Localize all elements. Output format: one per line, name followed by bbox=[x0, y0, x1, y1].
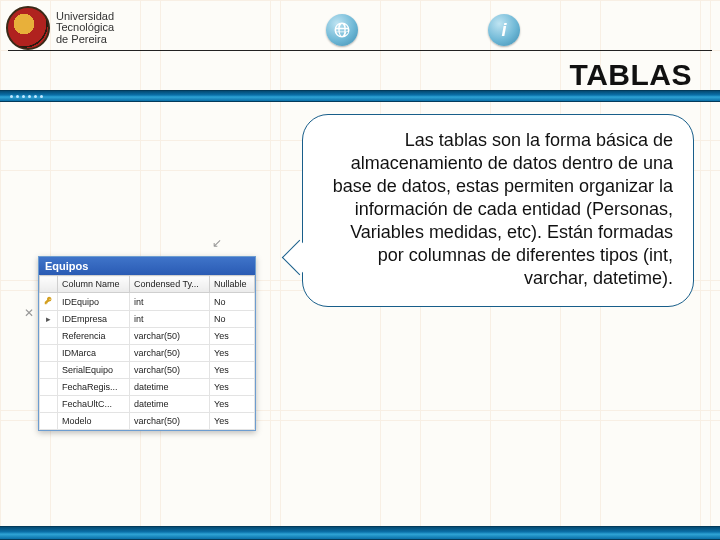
title-bar: TABLAS bbox=[0, 52, 720, 98]
column-name-cell: FechaRegis... bbox=[58, 379, 130, 396]
table-row: FechaUltC...datetimeYes bbox=[40, 396, 255, 413]
column-name-cell: SerialEquipo bbox=[58, 362, 130, 379]
column-type-cell: varchar(50) bbox=[130, 328, 210, 345]
column-type-cell: int bbox=[130, 293, 210, 311]
university-name: Universidad Tecnológica de Pereira bbox=[56, 11, 114, 46]
header-ornaments: i bbox=[326, 14, 520, 46]
row-icon-empty bbox=[40, 379, 58, 396]
primary-key-icon bbox=[40, 293, 58, 311]
slide-header: Universidad Tecnológica de Pereira i TAB… bbox=[0, 0, 720, 98]
slide-title: TABLAS bbox=[570, 58, 692, 92]
table-row: FechaRegis...datetimeYes bbox=[40, 379, 255, 396]
column-name-cell: FechaUltC... bbox=[58, 396, 130, 413]
column-nullable-cell: Yes bbox=[209, 328, 254, 345]
info-icon: i bbox=[488, 14, 520, 46]
grid-header-row: Column Name Condensed Ty... Nullable bbox=[40, 276, 255, 293]
grid-header-name: Column Name bbox=[58, 276, 130, 293]
row-icon-empty bbox=[40, 362, 58, 379]
logo-seal-icon bbox=[6, 6, 50, 50]
bottom-band bbox=[0, 526, 720, 540]
grid-header-type: Condensed Ty... bbox=[130, 276, 210, 293]
table-row: Modelovarchar(50)Yes bbox=[40, 413, 255, 430]
stray-mark: ↙ bbox=[212, 236, 222, 250]
column-nullable-cell: Yes bbox=[209, 362, 254, 379]
grid-header-nullable: Nullable bbox=[209, 276, 254, 293]
header-separator bbox=[8, 50, 712, 51]
column-nullable-cell: Yes bbox=[209, 413, 254, 430]
column-type-cell: varchar(50) bbox=[130, 345, 210, 362]
table-row: Referenciavarchar(50)Yes bbox=[40, 328, 255, 345]
table-row: SerialEquipovarchar(50)Yes bbox=[40, 362, 255, 379]
column-type-cell: datetime bbox=[130, 379, 210, 396]
university-line3: de Pereira bbox=[56, 34, 114, 46]
table-row: IDMarcavarchar(50)Yes bbox=[40, 345, 255, 362]
table-title: Equipos bbox=[39, 257, 255, 275]
stray-mark: ✕ bbox=[24, 306, 34, 320]
row-icon-empty bbox=[40, 345, 58, 362]
table-row: IDEquipointNo bbox=[40, 293, 255, 311]
column-name-cell: IDEmpresa bbox=[58, 311, 130, 328]
row-indicator-icon: ▸ bbox=[40, 311, 58, 328]
description-text: Las tablas son la forma básica de almace… bbox=[333, 130, 673, 288]
column-name-cell: Referencia bbox=[58, 328, 130, 345]
globe-icon bbox=[326, 14, 358, 46]
table-row: ▸IDEmpresaintNo bbox=[40, 311, 255, 328]
column-nullable-cell: Yes bbox=[209, 396, 254, 413]
columns-grid: Column Name Condensed Ty... Nullable IDE… bbox=[39, 275, 255, 430]
column-nullable-cell: No bbox=[209, 311, 254, 328]
column-nullable-cell: Yes bbox=[209, 345, 254, 362]
column-type-cell: varchar(50) bbox=[130, 413, 210, 430]
column-type-cell: datetime bbox=[130, 396, 210, 413]
column-type-cell: int bbox=[130, 311, 210, 328]
row-icon-empty bbox=[40, 413, 58, 430]
description-bubble: Las tablas son la forma básica de almace… bbox=[302, 114, 694, 307]
row-icon-empty bbox=[40, 328, 58, 345]
column-name-cell: Modelo bbox=[58, 413, 130, 430]
row-icon-empty bbox=[40, 396, 58, 413]
column-type-cell: varchar(50) bbox=[130, 362, 210, 379]
column-name-cell: IDMarca bbox=[58, 345, 130, 362]
column-name-cell: IDEquipo bbox=[58, 293, 130, 311]
column-nullable-cell: No bbox=[209, 293, 254, 311]
table-designer-window: Equipos Column Name Condensed Ty... Null… bbox=[38, 256, 256, 431]
grid-header-icon bbox=[40, 276, 58, 293]
column-nullable-cell: Yes bbox=[209, 379, 254, 396]
university-logo: Universidad Tecnológica de Pereira bbox=[6, 6, 114, 50]
